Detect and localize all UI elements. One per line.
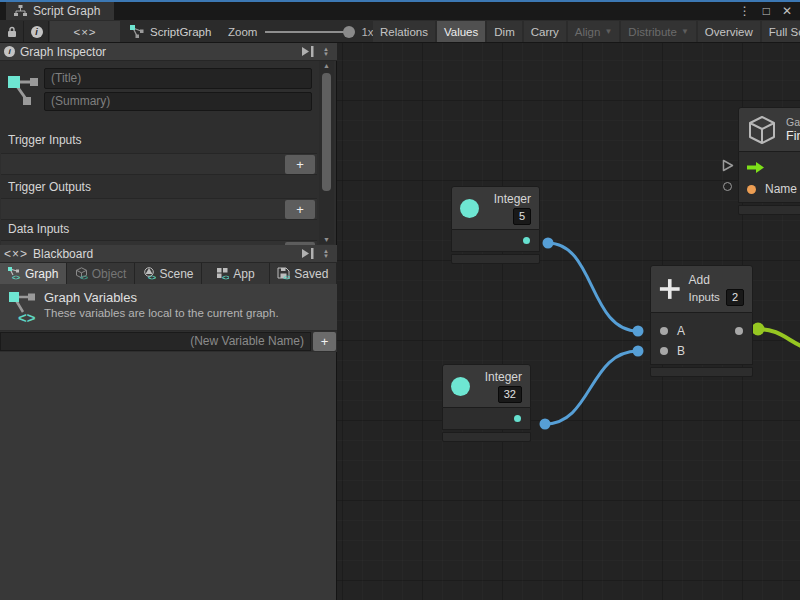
integer-value-input[interactable]: 32 [498, 386, 522, 403]
name-input-port[interactable] [747, 185, 756, 194]
node-type-label: GameObject [786, 116, 800, 128]
integer-value-input[interactable]: 5 [513, 208, 531, 225]
node-footer [738, 205, 800, 215]
unconnected-data-icon[interactable] [723, 182, 732, 191]
tab-scene[interactable]: <> Scene [135, 263, 202, 284]
svg-text:<>: <> [222, 274, 229, 280]
tab-app[interactable]: <> App [202, 263, 269, 284]
inspector-dock-icon[interactable] [301, 46, 314, 57]
saved-tab-icon: <> [277, 267, 290, 280]
node-footer [650, 367, 753, 377]
new-variable-input[interactable]: (New Variable Name) [0, 332, 311, 351]
tab-saved[interactable]: <> Saved [270, 263, 337, 284]
new-variable-add-button[interactable]: + [313, 332, 336, 351]
integer-icon [451, 377, 470, 396]
titlebar: Script Graph ⋮ □ ✕ [0, 2, 800, 20]
app-tab-icon: <> [216, 267, 229, 280]
unconnected-trigger-icon[interactable] [722, 159, 734, 172]
trigger-outputs-list: + [1, 198, 317, 220]
graph-variables-heading: Graph Variables [44, 290, 137, 305]
object-tab-icon: <> [75, 267, 88, 280]
window-maximize-icon[interactable]: □ [763, 4, 770, 18]
find-node-header[interactable]: GameObject Find [738, 107, 800, 152]
add-output-port[interactable] [735, 327, 743, 335]
node-title: Integer [494, 192, 531, 206]
plus-icon [659, 277, 681, 301]
integer-node-1[interactable]: Integer 5 [451, 186, 540, 264]
node-footer [442, 432, 531, 442]
blackboard-scroll-arrows[interactable]: ▲▼ [319, 249, 333, 259]
node-footer [451, 254, 540, 264]
tab-object[interactable]: <> Object [67, 263, 134, 284]
node-title: Find [786, 129, 800, 143]
add-node[interactable]: Add Inputs 2 A B [650, 265, 753, 377]
trigger-inputs-add-button[interactable]: + [285, 155, 315, 174]
scrollbar-down-icon[interactable]: ▼ [319, 236, 334, 243]
scrollbar-thumb[interactable] [322, 73, 331, 191]
script-graph-window: Script Graph ⋮ □ ✕ i <×> [0, 0, 800, 600]
graph-canvas[interactable]: Integer 5 Integer 32 [337, 43, 800, 600]
trigger-input-port-icon[interactable] [747, 162, 764, 173]
integer-node-2-header[interactable]: Integer 32 [442, 364, 531, 408]
variables-toggle-button[interactable]: <×> [50, 21, 120, 42]
title-input[interactable]: (Title) [44, 68, 312, 89]
zoom-slider-handle[interactable] [343, 26, 355, 38]
blackboard-tabs: <> Graph <> Object <> Scene [0, 263, 337, 284]
zoom-slider[interactable] [265, 31, 353, 33]
distribute-dropdown-icon: ▼ [681, 27, 689, 36]
lock-button[interactable] [0, 21, 24, 42]
overview-button[interactable]: Overview [698, 21, 760, 42]
values-button[interactable]: Values [437, 21, 485, 42]
integer-icon [460, 199, 479, 218]
inputs-label: Inputs [689, 291, 720, 303]
trigger-outputs-add-button[interactable]: + [285, 200, 315, 219]
scene-tab-icon: <> [143, 267, 156, 280]
inputs-count-input[interactable]: 2 [726, 289, 744, 306]
trigger-inputs-list: + [1, 153, 317, 175]
zoom-control: Zoom 1x [228, 20, 374, 43]
integer-node-2[interactable]: Integer 32 [442, 364, 531, 442]
graph-variables-tab-icon: <> [8, 267, 21, 280]
align-dropdown-icon: ▼ [604, 27, 612, 36]
side-panel: i Graph Inspector ▲▼ (Title) (Summary) T… [0, 43, 337, 600]
lock-icon [7, 26, 17, 38]
blackboard-title: Blackboard [33, 247, 296, 261]
integer-node-1-header[interactable]: Integer 5 [451, 186, 540, 230]
graph-variables-panel: <> Graph Variables These variables are l… [0, 284, 337, 331]
add-node-header[interactable]: Add Inputs 2 [650, 265, 753, 313]
input-port-b[interactable] [660, 347, 668, 355]
blackboard-header: <×> Blackboard ▲▼ [0, 245, 337, 263]
align-button[interactable]: Align ▼ [568, 21, 620, 42]
carry-button[interactable]: Carry [524, 21, 566, 42]
info-button[interactable]: i [25, 21, 49, 42]
graph-breadcrumb[interactable]: ScriptGraph [130, 20, 211, 43]
tab-script-graph[interactable]: Script Graph [6, 2, 114, 20]
gameobject-find-node[interactable]: GameObject Find Name [738, 107, 800, 215]
integer-output-port[interactable] [523, 237, 530, 244]
inspector-scroll-arrows[interactable]: ▲▼ [319, 47, 333, 57]
window-close-icon[interactable]: ✕ [782, 4, 792, 18]
full-screen-button[interactable]: Full Screen [762, 21, 800, 42]
scrollbar-up-icon[interactable]: ▲ [319, 62, 334, 69]
svg-text:<>: <> [148, 274, 156, 280]
blackboard-dock-icon[interactable] [301, 248, 314, 259]
dim-button[interactable]: Dim [487, 21, 521, 42]
svg-text:<>: <> [80, 274, 88, 280]
inspector-title: Graph Inspector [20, 45, 296, 59]
blackboard-empty-area [0, 352, 336, 600]
distribute-button[interactable]: Distribute ▼ [621, 21, 696, 42]
integer-output-port[interactable] [514, 415, 521, 422]
input-port-a[interactable] [660, 327, 668, 335]
tab-label: Script Graph [33, 4, 100, 18]
blackboard-variables-icon: <×> [4, 247, 28, 261]
port-label-a: A [677, 324, 685, 338]
node-title: Integer [485, 370, 522, 384]
inspector-scrollbar: ▲ ▼ [319, 61, 334, 244]
new-variable-row: (New Variable Name) + [0, 331, 337, 352]
tab-graph[interactable]: <> Graph [0, 263, 67, 284]
window-menu-icon[interactable]: ⋮ [739, 4, 751, 18]
data-inputs-label: Data Inputs [8, 222, 69, 236]
add-node-body: A B [650, 313, 753, 365]
summary-input[interactable]: (Summary) [44, 92, 312, 111]
relations-button[interactable]: Relations [373, 21, 435, 42]
